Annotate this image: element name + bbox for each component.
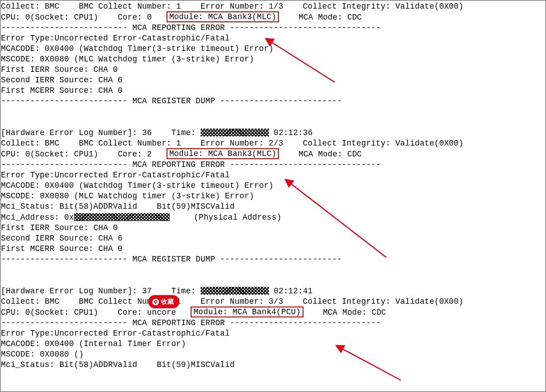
field-error-type: Error Type:Uncorrected Error-Catastrophi… xyxy=(1,170,546,181)
field-mscode: MSCODE: 0X0080 (MLC Watchdog timer (3-st… xyxy=(1,54,546,65)
field-mcacode: MCACODE: 0X0400 (Internal Timer Error) xyxy=(1,339,546,349)
field-cpu: CPU: 0(Socket: CPU1) xyxy=(1,13,98,22)
log-line: CPU: 0(Socket: CPU1) Core: 0 Module: MCA… xyxy=(1,12,546,23)
blank-line xyxy=(1,275,546,286)
log-line: CPU: 0(Socket: CPU1) Core: 2 Module: MCA… xyxy=(1,149,546,160)
field-integrity: Collect Integrity: Validate(0X00) xyxy=(303,297,464,306)
field-mci-address-suffix: (Physical Address) xyxy=(170,213,282,222)
highlight-module: Module: MCA Bank4(PCU) xyxy=(191,307,303,317)
log-line: Collect: BMC BMC Collect Number: 1 Error… xyxy=(1,297,546,307)
field-integrity: Collect Integrity: Validate(0X00) xyxy=(303,2,464,11)
field-core: Core: uncore xyxy=(118,308,176,317)
log-line: [Hardware Error Log Number]: 37 Time: 02… xyxy=(1,286,546,297)
masked-date xyxy=(201,287,269,295)
field-ierr2: Second IERR Source: CHA 6 xyxy=(1,233,546,244)
field-collect: Collect: BMC xyxy=(1,2,59,11)
field-mcerr1: First MCERR Source: CHA 0 xyxy=(1,85,546,96)
separator-dump: -------------------------- MCA REGISTER … xyxy=(1,254,546,265)
masked-address xyxy=(74,213,170,221)
blank-line xyxy=(1,265,546,275)
field-mci-status: Mci_Status: Bit(58)ADDRValid Bit(59)MISC… xyxy=(1,201,546,212)
field-collect: Collect: BMC xyxy=(1,139,59,148)
field-mcerr1: First MCERR Source: CHA 0 xyxy=(1,244,546,254)
field-error-type: Error Type:Uncorrected Error-Catastrophi… xyxy=(1,328,546,339)
field-mca-mode: MCA Mode: CDC xyxy=(323,308,386,317)
field-mci-status: Mci_Status: Bit(58)ADDRValid Bit(59)MISC… xyxy=(1,360,546,370)
field-mca-mode: MCA Mode: CDC xyxy=(298,13,362,22)
field-time-label: Time: xyxy=(172,286,201,296)
field-ierr1: First IERR Source: CHA 0 xyxy=(1,65,546,75)
field-ierr1: First IERR Source: CHA 0 xyxy=(1,223,546,233)
log-line: Mci_Address: 0x (Physical Address) xyxy=(1,212,546,223)
log-line: Collect: BMC BMC Collect Number: 1 Error… xyxy=(1,1,546,12)
log-line: CPU: 0(Socket: CPU1) Core: uncore Module… xyxy=(1,307,546,318)
field-mca-mode: MCA Mode: CDC xyxy=(298,150,362,159)
field-mcacode: MCACODE: 0X0400 (Watchdog Timer(3-strike… xyxy=(1,44,546,54)
pin-icon xyxy=(152,298,159,306)
separator-report: -------------------------- MCA REPORTING… xyxy=(1,160,546,170)
field-mcacode: MCACODE: 0X0400 (Watchdog Timer(3-strike… xyxy=(1,181,546,191)
highlight-module: Module: MCA Bank3(MLC) xyxy=(167,11,279,22)
field-log-number: [Hardware Error Log Number]: 36 xyxy=(1,128,152,137)
field-collect: Collect: BMC xyxy=(1,297,59,306)
highlight-module: Module: MCA Bank3(MLC) xyxy=(167,148,279,159)
field-error-type: Error Type:Uncorrected Error-Catastrophi… xyxy=(1,33,546,44)
field-core: Core: 2 xyxy=(118,150,152,159)
field-integrity: Collect Integrity: Validate(0X00) xyxy=(303,139,464,148)
bookmark-label: 收藏 xyxy=(161,297,174,307)
field-error-number: Error Number: 3/3 xyxy=(201,297,283,306)
field-core: Core: 0 xyxy=(118,13,152,22)
masked-date xyxy=(201,129,269,136)
log-line: [Hardware Error Log Number]: 36 Time: 02… xyxy=(1,127,546,138)
field-mscode: MSCODE: 0X0080 () xyxy=(1,349,546,360)
separator-dump: -------------------------- MCA REGISTER … xyxy=(1,96,546,106)
separator-report: -------------------------- MCA REPORTING… xyxy=(1,318,546,328)
bookmark-button[interactable]: 收藏 xyxy=(148,295,179,308)
field-error-number: Error Number: 1/3 xyxy=(201,2,283,11)
field-mscode: MSCODE: 0X0080 (MLC Watchdog timer (3-st… xyxy=(1,191,546,201)
field-bmc-number: BMC Collect Number: 1 xyxy=(79,139,181,148)
log-line: Collect: BMC BMC Collect Number: 1 Error… xyxy=(1,138,546,149)
field-time-label: Time: xyxy=(172,128,201,137)
field-log-number: [Hardware Error Log Number]: 37 xyxy=(1,286,152,296)
blank-line xyxy=(1,117,546,127)
svg-point-4 xyxy=(155,301,156,302)
blank-line xyxy=(1,106,546,117)
field-cpu: CPU: 0(Socket: CPU1) xyxy=(1,308,98,317)
field-mci-address: Mci_Address: 0x xyxy=(1,213,74,222)
field-ierr2: Second IERR Source: CHA 6 xyxy=(1,75,546,85)
field-error-number: Error Number: 2/3 xyxy=(201,139,283,148)
separator-report: -------------------------- MCA REPORTING… xyxy=(1,23,546,33)
field-time-value: 02:12:41 xyxy=(269,286,313,296)
log-viewer: Collect: BMC BMC Collect Number: 1 Error… xyxy=(0,0,546,392)
field-bmc-number: BMC Collect Number: 1 xyxy=(79,2,181,11)
field-cpu: CPU: 0(Socket: CPU1) xyxy=(1,150,98,159)
field-time-value: 02:12:36 xyxy=(269,128,313,137)
